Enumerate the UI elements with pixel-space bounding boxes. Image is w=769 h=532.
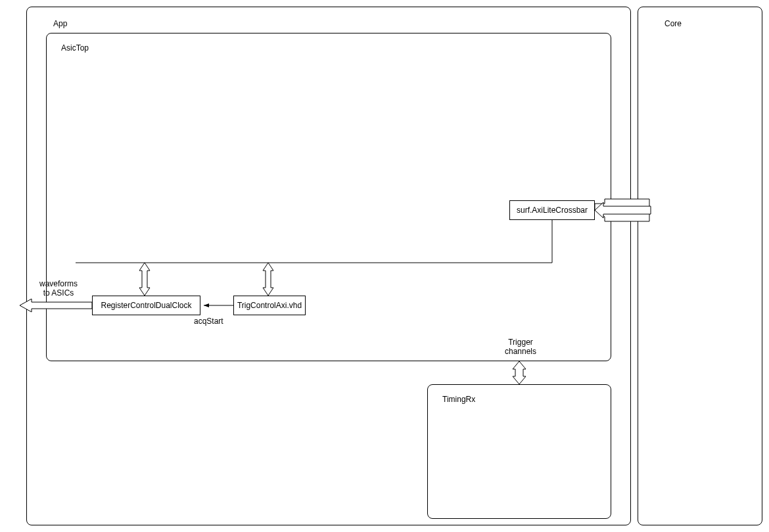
label-acqstart: acqStart bbox=[194, 317, 223, 326]
label-app: App bbox=[53, 19, 67, 28]
text-trigctrl: TrigControlAxi.vhd bbox=[237, 301, 302, 310]
label-asictop: AsicTop bbox=[61, 43, 89, 53]
block-regctrl: RegisterControlDualClock bbox=[92, 296, 200, 315]
label-core: Core bbox=[664, 19, 682, 28]
container-core: Core bbox=[638, 7, 762, 525]
label-timingrx: TimingRx bbox=[442, 395, 475, 404]
label-trigger: Trigger channels bbox=[505, 338, 536, 356]
text-regctrl: RegisterControlDualClock bbox=[101, 301, 191, 310]
block-axilite: surf.AxiLiteCrossbar bbox=[509, 200, 595, 220]
text-axilite: surf.AxiLiteCrossbar bbox=[517, 206, 588, 215]
block-trigctrl: TrigControlAxi.vhd bbox=[233, 296, 306, 315]
container-timingrx: TimingRx bbox=[427, 384, 611, 519]
label-waveforms: waveforms to ASICs bbox=[39, 279, 78, 298]
